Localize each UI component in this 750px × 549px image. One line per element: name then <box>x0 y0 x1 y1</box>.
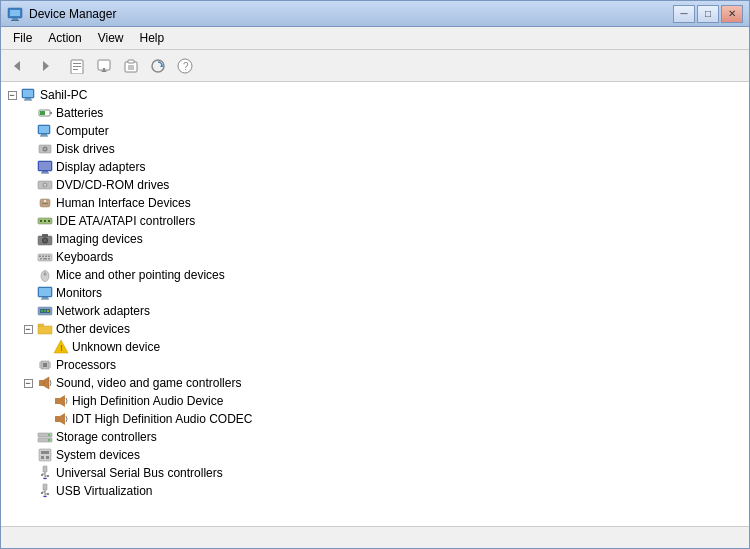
svg-rect-39 <box>41 173 49 174</box>
menu-view[interactable]: View <box>90 29 132 47</box>
disk-icon <box>37 141 53 157</box>
node-label: Human Interface Devices <box>56 196 191 210</box>
storage-icon <box>37 429 53 445</box>
svg-rect-61 <box>48 258 50 260</box>
tree-item[interactable]: Computer <box>1 122 749 140</box>
svg-rect-38 <box>42 171 48 173</box>
svg-rect-56 <box>42 256 44 258</box>
tree-expander[interactable]: − <box>5 88 19 102</box>
svg-rect-60 <box>43 258 47 260</box>
tree-item[interactable]: IDT High Definition Audio CODEC <box>1 410 749 428</box>
collapse-icon[interactable]: − <box>8 91 17 100</box>
network-icon <box>37 303 53 319</box>
title-bar: Device Manager ─ □ ✕ <box>1 1 749 27</box>
title-bar-icon <box>7 6 23 22</box>
back-button[interactable] <box>5 54 31 78</box>
menu-bar: File Action View Help <box>1 27 749 50</box>
tree-item[interactable]: Mice and other pointing devices <box>1 266 749 284</box>
forward-icon <box>37 58 53 74</box>
forward-button[interactable] <box>32 54 58 78</box>
tree-item[interactable]: High Definition Audio Device <box>1 392 749 410</box>
help-button[interactable]: ? <box>172 54 198 78</box>
svg-point-52 <box>43 239 47 243</box>
svg-rect-86 <box>55 398 60 404</box>
uninstall-button[interactable] <box>118 54 144 78</box>
tree-item[interactable]: System devices <box>1 446 749 464</box>
tree-expander <box>21 304 35 318</box>
svg-point-72 <box>44 310 46 312</box>
node-label: Sahil-PC <box>40 88 87 102</box>
tree-item[interactable]: Keyboards <box>1 248 749 266</box>
tree-view[interactable]: −Sahil-PCBatteriesComputerDisk drivesDis… <box>1 82 749 526</box>
tree-item[interactable]: −Sound, video and game controllers <box>1 374 749 392</box>
sound-icon <box>37 375 53 391</box>
tree-item[interactable]: −Other devices <box>1 320 749 338</box>
tree-item[interactable]: DVD/CD-ROM drives <box>1 176 749 194</box>
tree-item[interactable]: Processors <box>1 356 749 374</box>
audio-icon <box>53 393 69 409</box>
content-area: −Sahil-PCBatteriesComputerDisk drivesDis… <box>1 82 749 526</box>
folder-icon <box>37 321 53 337</box>
update-driver-button[interactable] <box>91 54 117 78</box>
svg-marker-85 <box>44 377 49 389</box>
tree-item[interactable]: Network adapters <box>1 302 749 320</box>
disc-icon <box>37 177 53 193</box>
tree-item[interactable]: −Sahil-PC <box>1 86 749 104</box>
tree-item[interactable]: Monitors <box>1 284 749 302</box>
svg-rect-55 <box>39 256 41 258</box>
svg-rect-24 <box>25 98 31 100</box>
menu-action[interactable]: Action <box>40 29 89 47</box>
svg-rect-45 <box>42 203 48 204</box>
device-manager-window: Device Manager ─ □ ✕ File Action View He… <box>0 0 750 549</box>
properties-icon <box>69 58 85 74</box>
scan-button[interactable] <box>145 54 171 78</box>
maximize-button[interactable]: □ <box>697 5 719 23</box>
tree-expander[interactable]: − <box>21 322 35 336</box>
tree-item[interactable]: Human Interface Devices <box>1 194 749 212</box>
tree-item[interactable]: Batteries <box>1 104 749 122</box>
svg-rect-94 <box>39 449 51 461</box>
svg-point-35 <box>44 148 46 150</box>
tree-item[interactable]: Universal Serial Bus controllers <box>1 464 749 482</box>
svg-rect-77 <box>43 363 47 367</box>
node-label: Mice and other pointing devices <box>56 268 225 282</box>
svg-rect-27 <box>50 112 52 114</box>
keyboard-icon <box>37 249 53 265</box>
svg-rect-48 <box>44 220 46 222</box>
menu-help[interactable]: Help <box>132 29 173 47</box>
svg-rect-28 <box>40 111 45 115</box>
node-label: Imaging devices <box>56 232 143 246</box>
tree-item[interactable]: USB Virtualization <box>1 482 749 500</box>
svg-rect-1 <box>10 10 20 16</box>
tree-item[interactable]: IDE ATA/ATAPI controllers <box>1 212 749 230</box>
svg-rect-53 <box>42 234 48 237</box>
tree-expander[interactable]: − <box>21 376 35 390</box>
tree-item[interactable]: !Unknown device <box>1 338 749 356</box>
mouse-icon <box>37 267 53 283</box>
node-label: USB Virtualization <box>56 484 153 498</box>
svg-rect-9 <box>73 69 78 70</box>
tree-expander <box>21 160 35 174</box>
tree-item[interactable]: Disk drives <box>1 140 749 158</box>
svg-rect-96 <box>41 456 44 459</box>
menu-file[interactable]: File <box>5 29 40 47</box>
svg-marker-89 <box>60 413 65 425</box>
tree-item[interactable]: Imaging devices <box>1 230 749 248</box>
collapse-icon[interactable]: − <box>24 379 33 388</box>
svg-rect-14 <box>128 60 134 63</box>
svg-rect-104 <box>43 484 47 490</box>
collapse-icon[interactable]: − <box>24 325 33 334</box>
node-label: DVD/CD-ROM drives <box>56 178 169 192</box>
status-bar <box>1 526 749 548</box>
system-icon <box>37 447 53 463</box>
minimize-button[interactable]: ─ <box>673 5 695 23</box>
svg-rect-84 <box>39 380 44 386</box>
toolbar: ? <box>1 50 749 82</box>
close-button[interactable]: ✕ <box>721 5 743 23</box>
node-label: High Definition Audio Device <box>72 394 223 408</box>
tree-item[interactable]: Display adapters <box>1 158 749 176</box>
tree-item[interactable]: Storage controllers <box>1 428 749 446</box>
svg-rect-23 <box>23 90 33 97</box>
node-label: Processors <box>56 358 116 372</box>
properties-button[interactable] <box>64 54 90 78</box>
